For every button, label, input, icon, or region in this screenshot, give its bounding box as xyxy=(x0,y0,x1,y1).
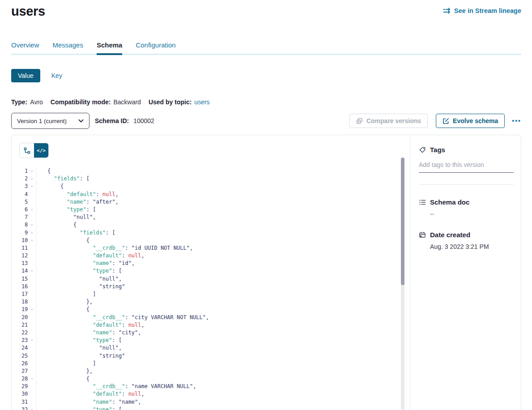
line-number: 19 xyxy=(12,306,28,313)
code-line: 11 "__crdb__": "id UUID NOT NULL", xyxy=(12,244,410,252)
line-number: 1 xyxy=(12,167,28,175)
code-line: 25 "string" xyxy=(12,352,410,360)
code-text: "name": "id", xyxy=(36,260,135,267)
code-text: "name": "after", xyxy=(36,198,119,206)
code-text: "default": null, xyxy=(36,321,145,329)
code-line: 10▾ { xyxy=(12,237,410,244)
code-line: 12 "default": null, xyxy=(12,252,410,260)
stream-lineage-label: See in Stream lineage xyxy=(454,7,521,14)
code-line: 20 "__crdb__": "city VARCHAR NOT NULL", xyxy=(12,314,410,321)
compare-versions-button[interactable]: Compare versions xyxy=(349,114,428,128)
date-created-section: Date created Aug. 3 2022 3:21 PM xyxy=(419,231,514,250)
code-text: "type": [ xyxy=(36,206,96,214)
fold-caret-icon xyxy=(28,360,36,367)
code-text: "null", xyxy=(36,344,122,352)
code-text: "fields": [ xyxy=(36,229,115,237)
topic-link[interactable]: users xyxy=(194,98,209,106)
compatibility-label: Compatibility mode: xyxy=(51,98,111,106)
code-text: { xyxy=(36,375,89,383)
fold-caret-icon xyxy=(28,314,36,321)
type-label: Type: xyxy=(11,98,27,106)
line-number: 21 xyxy=(12,321,28,329)
code-line: 16 "string" xyxy=(12,283,410,290)
code-line: 4 "default": null, xyxy=(12,191,410,198)
schema-doc-section: Schema doc -- xyxy=(419,198,514,218)
code-text: "type": [ xyxy=(36,267,122,275)
tab-rail xyxy=(11,54,521,55)
code-line: 5 "name": "after", xyxy=(12,198,410,206)
code-line: 18 }, xyxy=(12,298,410,306)
code-line: 24 "null", xyxy=(12,344,410,352)
edit-schema-icon xyxy=(443,118,449,124)
code-line: 28▾ { xyxy=(12,375,410,383)
line-number: 10 xyxy=(12,237,28,244)
code-lines: 1▾{2▾ "fields": [3▾ {4 "default": null,5… xyxy=(12,167,410,410)
compare-versions-icon xyxy=(356,118,363,124)
fold-caret-icon xyxy=(28,344,36,352)
fold-caret-icon[interactable]: ▾ xyxy=(28,229,36,237)
code-text: { xyxy=(36,237,89,244)
fold-caret-icon[interactable]: ▾ xyxy=(28,167,36,175)
fold-caret-icon[interactable]: ▾ xyxy=(28,221,36,229)
fold-caret-icon xyxy=(28,214,36,221)
code-text: "type": [ xyxy=(36,406,122,410)
fold-caret-icon[interactable]: ▾ xyxy=(28,306,36,313)
line-number: 30 xyxy=(12,390,28,398)
schema-view-toggle: </> xyxy=(19,143,49,158)
version-select[interactable]: Version 1 (current) xyxy=(11,113,89,129)
tag-icon xyxy=(419,146,426,154)
fold-caret-icon[interactable]: ▾ xyxy=(28,267,36,275)
fold-caret-icon[interactable]: ▾ xyxy=(28,337,36,344)
tree-view-button[interactable] xyxy=(20,143,34,158)
more-options-button[interactable]: ••• xyxy=(512,119,521,123)
fold-caret-icon[interactable]: ▾ xyxy=(28,206,36,214)
fold-caret-icon[interactable]: ▾ xyxy=(28,406,36,410)
scrollbar-thumb[interactable] xyxy=(401,158,404,285)
line-number: 32 xyxy=(12,406,28,410)
tab-messages[interactable]: Messages xyxy=(53,41,83,55)
code-line: 6▾ "type": [ xyxy=(12,206,410,214)
line-number: 25 xyxy=(12,352,28,360)
code-view-button[interactable]: </> xyxy=(34,143,48,158)
code-text: ] xyxy=(36,290,96,298)
tab-configuration[interactable]: Configuration xyxy=(136,41,175,55)
line-number: 24 xyxy=(12,344,28,352)
tab-overview[interactable]: Overview xyxy=(11,41,39,55)
code-line: 2▾ "fields": [ xyxy=(12,175,410,183)
fold-caret-icon xyxy=(28,290,36,298)
fold-caret-icon[interactable]: ▾ xyxy=(28,183,36,190)
fold-caret-icon[interactable]: ▾ xyxy=(28,375,36,383)
code-line: 21 "default": null, xyxy=(12,321,410,329)
fold-caret-icon xyxy=(28,352,36,360)
line-number: 8 xyxy=(12,221,28,229)
line-number: 7 xyxy=(12,214,28,221)
line-number: 11 xyxy=(12,244,28,252)
fold-caret-icon xyxy=(28,244,36,252)
schema-id-value: 100002 xyxy=(133,117,154,124)
code-text: "fields": [ xyxy=(36,175,89,183)
used-by-topic-label: Used by topic: xyxy=(149,98,192,106)
schema-page: users See in Stream lineage Overview Mes… xyxy=(0,0,532,410)
compare-versions-label: Compare versions xyxy=(366,117,421,124)
fold-caret-icon[interactable]: ▾ xyxy=(28,175,36,183)
evolve-schema-button[interactable]: Evolve schema xyxy=(436,114,505,128)
fold-caret-icon xyxy=(28,383,36,390)
key-toggle-link[interactable]: Key xyxy=(51,72,62,79)
code-line: 14▾ "type": [ xyxy=(12,267,410,275)
line-number: 31 xyxy=(12,398,28,406)
fold-caret-icon[interactable]: ▾ xyxy=(28,237,36,244)
schema-doc-value: -- xyxy=(430,210,514,218)
add-tags-input[interactable] xyxy=(419,161,514,173)
scrollbar-track[interactable] xyxy=(401,158,404,410)
code-text: }, xyxy=(36,298,93,306)
list-icon xyxy=(419,199,426,206)
stream-lineage-link[interactable]: See in Stream lineage xyxy=(443,7,521,14)
code-text: "__crdb__": "city VARCHAR NOT NULL", xyxy=(36,314,209,321)
version-select-value: Version 1 (current) xyxy=(17,118,67,124)
tags-section: Tags xyxy=(419,146,514,173)
fold-caret-icon xyxy=(28,260,36,267)
line-number: 4 xyxy=(12,191,28,198)
value-toggle-button[interactable]: Value xyxy=(11,69,40,82)
tab-schema[interactable]: Schema xyxy=(97,41,123,55)
code-text: "null", xyxy=(36,275,122,283)
